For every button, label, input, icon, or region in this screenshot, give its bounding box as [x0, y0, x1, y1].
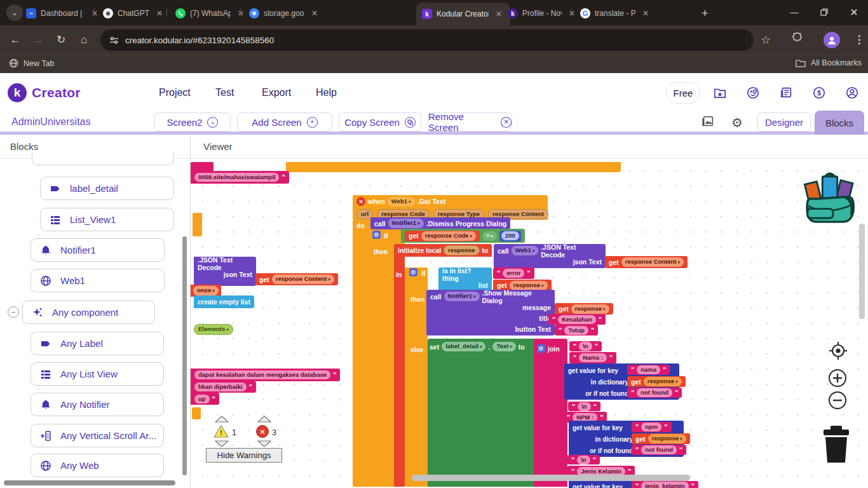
palette-item-any-notifier[interactable]: Any Notifier — [31, 393, 164, 416]
menu-test[interactable]: Test — [215, 87, 234, 98]
zoom-out-icon[interactable] — [827, 390, 848, 410]
warning-icon[interactable]: ! — [213, 424, 229, 438]
string-key-jenis-kelamin-block[interactable]: "jenis_kelamin" — [632, 481, 698, 488]
palette-item-any-web[interactable]: Any Web — [31, 454, 164, 477]
tab-dashboard[interactable]: ~ Dashboard | hPa ✕ — [20, 5, 104, 22]
palette-item-any-vertical-scroll[interactable]: Any Vertical Scroll Ar... — [31, 424, 164, 447]
browser-menu-icon[interactable]: ⋮ — [851, 32, 867, 48]
add-screen-button[interactable]: Add Screen + — [237, 112, 332, 132]
backpack-icon[interactable] — [802, 172, 858, 225]
projects-folder-icon[interactable] — [713, 86, 727, 100]
block-get-response-content-fragment[interactable]: get response Content▾ — [255, 273, 338, 285]
blocks-canvas[interactable]: 0059.site/mahasiswatampil" .JSON Text De… — [191, 159, 868, 488]
tab-profile[interactable]: k Profile - Nova1 - ✕ — [502, 5, 581, 22]
account-icon[interactable] — [845, 86, 859, 100]
initialize-local-body[interactable] — [394, 245, 405, 487]
palette-item-partial[interactable] — [32, 152, 174, 165]
block-string-url[interactable]: 0059.site/mahasiswatampil" — [191, 171, 289, 184]
window-close-button[interactable]: ✕ — [840, 0, 868, 24]
hide-warnings-button[interactable]: Hide Warnings — [206, 448, 282, 463]
extensions-icon[interactable] — [789, 32, 804, 48]
number-200-block[interactable]: 200 — [499, 231, 521, 241]
block-fragment-top-left[interactable] — [191, 162, 214, 172]
assets-icon[interactable] — [701, 115, 715, 129]
get-response-block[interactable]: get response▾ — [555, 303, 613, 315]
zoom-in-icon[interactable] — [827, 368, 848, 388]
string-kesalahan-block[interactable]: "Kesalahan" — [548, 314, 606, 325]
block-string-error-db[interactable]: dapat kesalahan dalam mengakses database… — [191, 369, 340, 381]
initialize-local-block[interactable]: initialize local response to — [394, 244, 492, 257]
address-bar[interactable]: creator.kodular.io/#6231920145858560 — [100, 29, 754, 51]
community-icon[interactable] — [746, 86, 760, 100]
set-label-text-header[interactable]: set label_detail▾ . Text▾ to — [430, 341, 525, 353]
bookmark-new-tab[interactable]: New Tab — [9, 58, 54, 68]
block-string-error-up[interactable]: up" — [191, 393, 219, 405]
palette-item-label-detail[interactable]: label_detail — [40, 177, 174, 200]
kodular-logo[interactable]: k — [8, 83, 27, 102]
block-string-error-fix[interactable]: hkan diperbaiki" — [191, 381, 256, 393]
string-newline-block[interactable]: "\n" — [569, 341, 602, 351]
tab-close-icon[interactable]: ✕ — [496, 10, 502, 18]
string-not-found-block[interactable]: "not found" — [632, 445, 686, 455]
palette-vertical-scrollbar[interactable] — [182, 236, 187, 475]
menu-export[interactable]: Export — [262, 87, 291, 98]
project-name[interactable]: AdminUniversitas — [11, 116, 90, 128]
menu-help[interactable]: Help — [316, 87, 337, 98]
screen-selector[interactable]: Screen2 ⌄ — [154, 112, 231, 132]
palette-item-any-component[interactable]: Any component — [22, 301, 155, 324]
trash-icon[interactable] — [817, 423, 855, 465]
string-newline-block[interactable]: "\n" — [568, 402, 600, 411]
tab-kodular-creator-active[interactable]: k Kodular Creator ✕ — [416, 3, 510, 25]
new-tab-button[interactable]: + — [696, 5, 726, 22]
mutator-gear-icon[interactable]: ⚙ — [372, 231, 381, 239]
get-response-code-block[interactable]: get response Code▾ — [405, 231, 480, 241]
string-error-block[interactable]: "error" — [493, 268, 534, 279]
back-button[interactable]: ← — [8, 32, 23, 48]
get-response-block[interactable]: get response▾ — [632, 433, 690, 444]
string-key-npm-block[interactable]: "npm" — [632, 422, 672, 432]
tab-storage[interactable]: storage.googlea ✕ — [243, 5, 323, 22]
error-scroll-down-icon[interactable] — [257, 440, 271, 447]
block-create-empty-list[interactable]: create empty list — [194, 295, 254, 308]
palette-item-notifier1[interactable]: Notifier1 — [31, 238, 165, 262]
call-show-message-dialog-block[interactable]: call Notifier1▾ .Show Message Dialog mes… — [426, 290, 555, 336]
get-response-block[interactable]: get response▾ — [627, 376, 686, 387]
call-dismiss-dialog-block[interactable]: call Notifier1▾ .Dismiss Progress Dialog — [370, 217, 510, 229]
plan-badge[interactable]: Free — [666, 82, 700, 104]
palette-item-web1[interactable]: Web1 — [31, 269, 165, 292]
collapse-icon[interactable]: − — [8, 306, 19, 318]
tab-close-icon[interactable]: ✕ — [642, 9, 649, 18]
news-icon[interactable] — [779, 86, 793, 100]
tab-close-icon[interactable]: ✕ — [311, 9, 318, 18]
tab-close-icon[interactable]: ✕ — [156, 9, 163, 18]
string-newline-block[interactable]: "\n" — [567, 455, 600, 464]
copy-screen-button[interactable]: Copy Screen — [339, 112, 421, 132]
all-bookmarks-button[interactable]: All Bookmarks — [796, 58, 862, 67]
tab-chatgpt[interactable]: ✳ ChatGPT ✕ — [97, 5, 176, 22]
reload-button[interactable]: ↻ — [53, 32, 69, 48]
error-icon[interactable]: × — [256, 425, 269, 438]
canvas-horizontal-scrollbar[interactable] — [412, 475, 690, 481]
blocks-tab[interactable]: Blocks — [815, 111, 864, 135]
canvas-vertical-scrollbar[interactable] — [859, 224, 865, 319]
forward-button[interactable]: → — [31, 32, 46, 48]
error-badge-icon[interactable]: × — [356, 197, 365, 206]
mutator-gear-icon[interactable]: ⚙ — [409, 268, 417, 276]
block-fragment-orange2[interactable] — [192, 407, 201, 419]
center-blocks-icon[interactable] — [828, 341, 848, 361]
tab-whatsapp[interactable]: (7) WhatsApp ✕ — [170, 5, 250, 22]
block-fragment-top[interactable] — [286, 162, 621, 172]
set-block-body[interactable] — [428, 339, 534, 487]
join-header[interactable]: ⚙ join — [537, 342, 560, 355]
browser-profile-avatar[interactable] — [824, 32, 840, 48]
is-in-list-block[interactable]: is in list? thing list — [438, 268, 492, 292]
window-restore-button[interactable] — [810, 0, 838, 24]
menu-project[interactable]: Project — [159, 87, 191, 98]
designer-tab[interactable]: Designer — [757, 112, 811, 132]
mutator-gear-icon[interactable]: ⚙ — [537, 344, 545, 353]
call-json-decode-block[interactable]: call Web1▾ .JSON Text Decode json Text — [494, 244, 606, 268]
palette-item-list-view1[interactable]: List_View1 — [40, 208, 174, 231]
warning-scroll-down-icon[interactable] — [215, 440, 229, 447]
string-nama-label-block[interactable]: "Nama :" — [569, 352, 616, 363]
warning-scroll-up-icon[interactable] — [215, 416, 229, 423]
